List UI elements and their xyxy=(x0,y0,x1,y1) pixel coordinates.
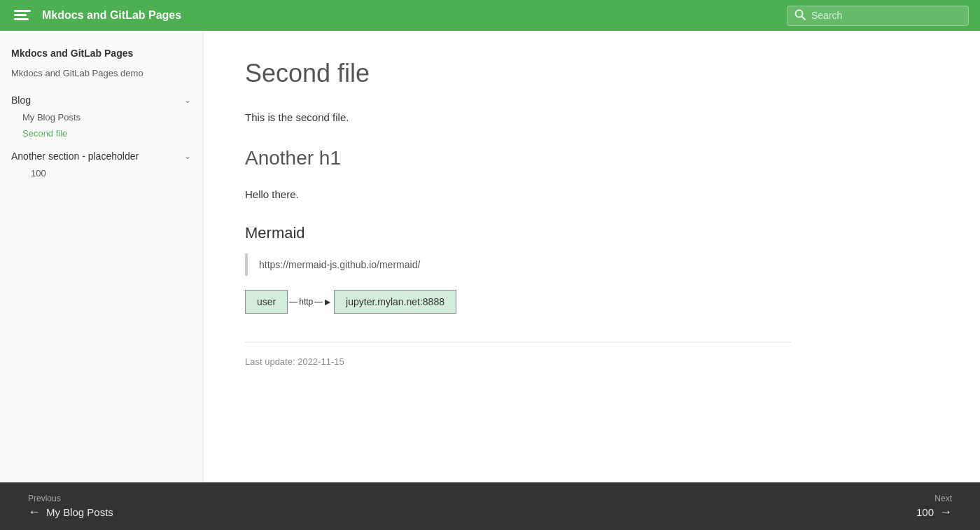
footer-nav: Previous ← My Blog Posts Next 100 → xyxy=(0,482,980,530)
main-content: Second file This is the second file. Ano… xyxy=(203,31,833,482)
section-h1: Another h1 xyxy=(245,147,791,169)
sidebar-item-blog[interactable]: Blog ⌄ xyxy=(11,91,191,109)
footer-prev[interactable]: Previous ← My Blog Posts xyxy=(28,494,113,519)
chevron-down-icon-2: ⌄ xyxy=(184,151,191,161)
diagram-edge-label: http xyxy=(299,297,313,307)
mermaid-heading: Mermaid xyxy=(245,224,791,242)
sidebar-item-blog-label: Blog xyxy=(11,95,31,106)
sidebar-site-desc[interactable]: Mkdocs and GitLab Pages demo xyxy=(11,67,191,80)
content-divider xyxy=(245,342,791,342)
diagram-node2: jupyter.mylan.net:8888 xyxy=(334,290,456,314)
mermaid-link-block: https://mermaid-js.github.io/mermaid/ xyxy=(245,253,791,276)
left-arrow-icon: ← xyxy=(28,505,41,519)
svg-line-4 xyxy=(802,16,806,20)
header: Mkdocs and GitLab Pages Search xyxy=(0,0,980,31)
right-arrow-icon: → xyxy=(939,505,952,519)
footer-next-label: Next xyxy=(934,494,952,503)
site-logo xyxy=(11,4,34,27)
content-paragraph: This is the second file. xyxy=(245,109,791,126)
svg-rect-0 xyxy=(14,10,31,12)
sidebar-item-another-section[interactable]: Another section - placeholder ⌄ xyxy=(11,147,191,165)
mermaid-link[interactable]: https://mermaid-js.github.io/mermaid/ xyxy=(259,259,420,270)
sidebar-item-another-section-label: Another section - placeholder xyxy=(11,151,139,162)
header-title: Mkdocs and GitLab Pages xyxy=(42,9,787,22)
svg-rect-1 xyxy=(14,14,27,16)
last-update: Last update: 2022-11-15 xyxy=(245,356,791,367)
page-title: Second file xyxy=(245,59,791,88)
layout: Mkdocs and GitLab Pages Mkdocs and GitLa… xyxy=(0,31,980,482)
footer-next-title-row: 100 → xyxy=(916,505,952,519)
sidebar-site-title[interactable]: Mkdocs and GitLab Pages xyxy=(11,48,191,59)
diagram-node1: user xyxy=(245,290,288,314)
sidebar-item-second-file[interactable]: Second file xyxy=(11,125,191,141)
diagram-arrow: http ► xyxy=(288,296,334,307)
search-box[interactable]: Search xyxy=(787,6,969,26)
sidebar-item-100[interactable]: 100 xyxy=(11,165,191,181)
footer-prev-label: Previous xyxy=(28,494,61,503)
search-icon xyxy=(794,9,806,22)
footer-next-title: 100 xyxy=(916,506,934,518)
search-placeholder: Search xyxy=(811,10,842,21)
chevron-down-icon: ⌄ xyxy=(184,95,191,105)
footer-prev-title: My Blog Posts xyxy=(46,506,113,518)
sidebar: Mkdocs and GitLab Pages Mkdocs and GitLa… xyxy=(0,31,203,482)
sidebar-item-my-blog-posts[interactable]: My Blog Posts xyxy=(11,109,191,125)
section-paragraph: Hello there. xyxy=(245,186,791,203)
mermaid-diagram: user http ► jupyter.mylan.net:8888 xyxy=(245,290,791,314)
footer-next[interactable]: Next 100 → xyxy=(916,494,952,519)
footer-prev-title-row: ← My Blog Posts xyxy=(28,505,113,519)
svg-rect-2 xyxy=(14,18,29,20)
